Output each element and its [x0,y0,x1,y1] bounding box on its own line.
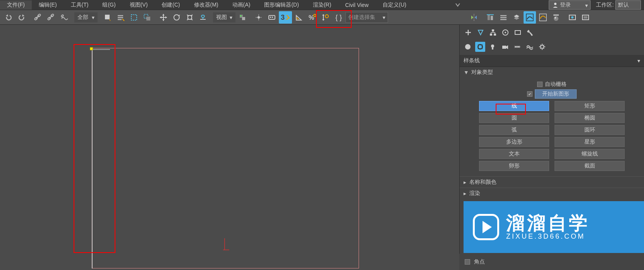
auto-grid-checkbox[interactable] [537,82,543,87]
helix-button[interactable]: 螺旋线 [555,149,625,159]
bind-spacewarp-button[interactable] [58,11,70,24]
rect-selection-region-button[interactable] [128,11,140,24]
redo-button[interactable] [15,11,28,24]
mirror-button[interactable] [468,11,480,24]
move-button[interactable] [157,11,170,24]
svg-point-5 [61,14,64,17]
menu-animation[interactable]: 动画(A) [225,0,258,10]
rectangle-button[interactable]: 矩形 [555,101,625,111]
align-button[interactable] [484,11,496,24]
render-setup-button[interactable] [566,11,579,24]
undo-button[interactable] [2,11,15,24]
egg-button[interactable]: 卵形 [479,161,549,171]
corner-label: 角点 [474,258,485,265]
menu-views[interactable]: 视图(V) [123,0,155,10]
shapes-category[interactable] [475,42,485,52]
spline-dropdown[interactable]: 样条线 ▾ [460,55,644,67]
rollout-name-color[interactable]: ▸ 名称和颜色 [460,176,644,188]
modify-tab[interactable] [475,27,486,38]
menu-file[interactable]: 文件(F) [0,0,32,10]
svg-rect-31 [500,15,507,16]
svg-rect-48 [490,34,492,36]
circle-button[interactable]: 圆 [479,113,549,123]
svg-point-40 [571,16,574,19]
svg-rect-7 [118,15,123,16]
scale-button[interactable] [184,11,196,24]
ngon-button[interactable]: 多边形 [479,137,549,147]
triangle-right-icon: ▸ [464,190,466,197]
cameras-category[interactable] [500,42,510,52]
select-manipulate-button[interactable] [252,11,265,24]
schematic-view-button[interactable] [537,11,549,24]
corner-checkbox[interactable] [465,259,470,265]
spacewarps-category[interactable] [525,42,535,52]
menu-edit[interactable]: 编辑(E) [32,0,64,10]
arc-button[interactable]: 弧 [479,125,549,135]
spinner-snap-button[interactable] [319,11,331,24]
drawn-spline [91,48,114,268]
workspace-field[interactable]: 默认 [615,0,641,10]
layer-explorer-button[interactable] [497,11,510,24]
chevron-down-icon: ▾ [585,2,588,9]
select-by-name-button[interactable] [115,11,127,24]
section-button[interactable]: 截面 [555,161,625,171]
menu-graph-editors[interactable]: 图形编辑器(D) [257,0,306,10]
material-editor-button[interactable] [550,11,562,24]
menu-rendering[interactable]: 渲染(R) [306,0,338,10]
use-pivot-center-button[interactable] [236,11,249,24]
line-button[interactable]: 线 [479,101,549,111]
start-new-shape-checkbox[interactable]: ✔ [527,91,532,97]
rollout-render[interactable]: ▸ 渲染 [460,188,644,199]
keyboard-shortcut-override-button[interactable] [266,11,278,24]
hierarchy-tab[interactable] [488,27,498,38]
selection-filter-label: 全部 [77,14,88,21]
rotate-button[interactable] [170,11,183,24]
curve-editor-button[interactable] [524,11,536,24]
svg-point-24 [288,17,290,19]
menu-tools[interactable]: 工具(T) [64,0,96,10]
menu-group[interactable]: 组(G) [95,0,122,10]
systems-category[interactable] [537,42,547,52]
placement-button[interactable] [197,11,209,24]
select-object-button[interactable] [101,11,114,24]
link-button[interactable] [32,11,44,24]
svg-point-56 [491,44,494,48]
named-selection-dropdown[interactable]: 创建选择集▾ [345,12,388,23]
workspace-selector: 工作区: 默认 [593,0,644,10]
lights-category[interactable] [488,42,498,52]
start-new-shape-button[interactable]: 开始新图形 [535,89,577,99]
render-frame-window-button[interactable] [579,11,592,24]
geometry-category[interactable] [463,42,473,52]
rollout-name-color-label: 名称和颜色 [469,179,496,186]
panel-toggle-arrow[interactable] [455,3,460,7]
login-dropdown[interactable]: 登录 ▾ [549,0,591,10]
edit-named-sets-button[interactable]: { } [332,11,345,24]
menu-create[interactable]: 创建(C) [155,0,187,10]
svg-rect-58 [502,46,506,49]
display-tab[interactable] [512,27,523,38]
text-button[interactable]: 文本 [479,149,549,159]
percent-snap-button[interactable]: % [306,11,318,24]
menu-customize[interactable]: 自定义(U) [376,0,413,10]
helpers-category[interactable] [512,42,522,52]
rollout-object-type[interactable]: ▼ 对象类型 [460,67,644,78]
ellipse-button[interactable]: 椭圆 [555,113,625,123]
toggle-ribbon-button[interactable] [510,11,523,24]
selection-filter-dropdown[interactable]: 全部▾ [74,12,98,22]
reference-coord-label: 视图 [216,14,227,21]
menu-modifiers[interactable]: 修改器(M) [187,0,225,10]
create-tab[interactable] [463,27,474,38]
utilities-tab[interactable] [525,27,536,38]
angle-snap-button[interactable] [293,11,305,24]
reference-coord-dropdown[interactable]: 视图▾ [213,12,235,22]
donut-button[interactable]: 圆环 [555,125,625,135]
snap-3d-button[interactable]: 3 [279,11,292,24]
unlink-button[interactable] [45,11,57,24]
auto-grid-label: 自动栅格 [545,81,567,88]
motion-tab[interactable] [500,27,511,38]
svg-rect-42 [584,16,587,19]
menu-civil-view[interactable]: Civil View [338,1,375,9]
star-button[interactable]: 星形 [555,137,625,147]
person-icon [552,2,558,8]
window-crossing-button[interactable] [141,11,153,24]
